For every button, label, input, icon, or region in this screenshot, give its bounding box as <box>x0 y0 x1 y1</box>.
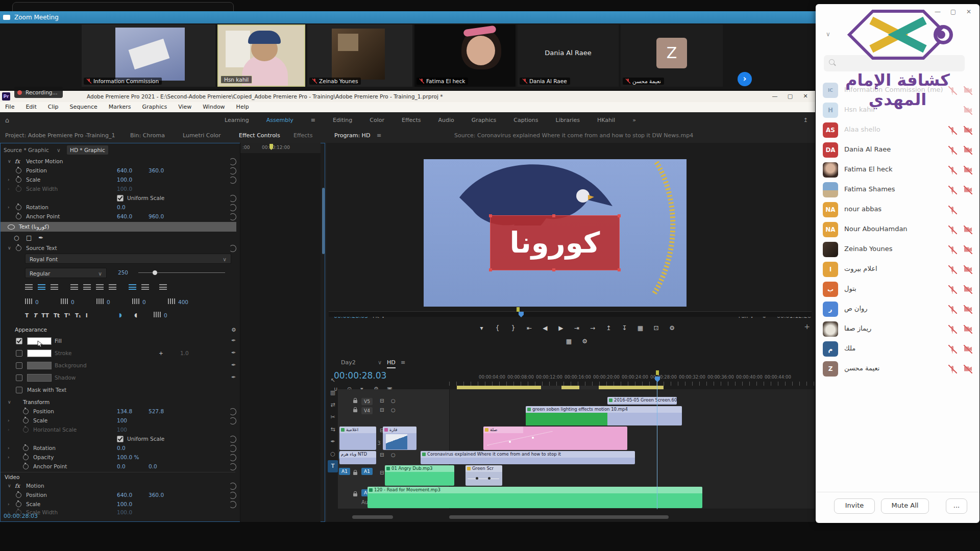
mark-in-icon[interactable]: { <box>491 324 504 332</box>
timeline-playhead-timecode[interactable]: 00:00:28.03 <box>334 370 386 381</box>
pen-tool-icon[interactable]: ✒ <box>38 233 43 242</box>
participant-row[interactable]: Zeinab Younes <box>816 240 979 260</box>
sequence-marker-icon[interactable] <box>656 370 659 375</box>
m-position-row[interactable]: Position640.0360.0 <box>1 490 235 499</box>
clip-green-soben[interactable]: green soben lighting effects motion 10.m… <box>526 406 682 425</box>
workspace-hkahil[interactable]: HKahil <box>597 112 615 129</box>
motion-row[interactable]: ∨fxMotion <box>1 481 235 490</box>
value[interactable]: 100.0 % <box>117 453 139 462</box>
participant-row[interactable]: NANour AbouHamdan <box>816 220 979 240</box>
eye-icon[interactable] <box>8 224 15 230</box>
participant-row[interactable]: Zنعيمة محسن <box>816 359 979 379</box>
background-color-swatch[interactable] <box>27 362 52 369</box>
workspace-audio[interactable]: Audio <box>438 112 454 129</box>
stroke-color-swatch[interactable] <box>27 349 52 357</box>
lock-icon[interactable] <box>353 409 357 412</box>
track-output-icon[interactable]: ○ <box>391 407 396 413</box>
value-y[interactable]: 960.0 <box>149 212 164 221</box>
mic-off-icon[interactable] <box>948 325 957 334</box>
lock-icon[interactable] <box>353 400 357 403</box>
faux-italic-icon[interactable]: T <box>33 311 37 320</box>
sequence-tab-hd[interactable]: HD <box>387 359 396 368</box>
keyframe-dot[interactable] <box>532 437 534 439</box>
font-size-value[interactable]: 250 <box>118 268 128 277</box>
menu-file[interactable]: File <box>5 102 14 112</box>
stopwatch-icon[interactable] <box>23 445 29 451</box>
go-to-in-icon[interactable]: ⇤ <box>523 324 536 332</box>
button-editor-icon[interactable]: ⚙ <box>666 324 679 332</box>
tab-lumetri-color[interactable]: Lumetri Color <box>183 129 221 143</box>
keyframe-dot[interactable] <box>476 477 478 480</box>
value-x[interactable]: 0.0 <box>117 462 126 471</box>
subscript-icon[interactable]: T₁ <box>75 311 81 320</box>
participant-row[interactable]: ببتول <box>816 280 979 299</box>
ec-row-source-text[interactable]: ∨Source Text <box>1 243 235 253</box>
razor-tool[interactable]: ✂ <box>328 411 338 423</box>
timeline-scrollbar-handle[interactable] <box>352 515 393 519</box>
stopwatch-icon[interactable] <box>23 455 29 460</box>
ec-playhead-timecode[interactable]: 00:00:28:03 <box>4 513 38 519</box>
mic-off-icon[interactable] <box>948 126 957 135</box>
tab-project[interactable]: Project: Adobe Premiere Pro -Training_1 <box>5 129 115 143</box>
t-uniform-row[interactable]: Uniform Scale <box>1 434 235 443</box>
reset-icon[interactable] <box>229 195 236 202</box>
mic-off-icon[interactable] <box>948 365 957 373</box>
ec-row-vector-motion[interactable]: ∨ fx Vector Motion <box>1 157 235 166</box>
t-opacity-row[interactable]: ›Opacity100.0 % <box>1 453 235 462</box>
more-options-button[interactable]: ... <box>946 498 967 514</box>
hand-tool[interactable]: ○ <box>328 448 338 460</box>
eyedropper-icon[interactable]: ✒ <box>231 348 236 358</box>
align-center-icon[interactable] <box>38 284 45 290</box>
reset-icon[interactable] <box>229 454 236 461</box>
reset-icon[interactable] <box>229 501 236 508</box>
sync-lock-icon[interactable]: ⊟ <box>380 452 384 458</box>
track-output-icon[interactable]: ○ <box>391 452 396 458</box>
value[interactable]: 100 <box>117 416 127 425</box>
workspace-graphics[interactable]: Graphics <box>472 112 497 129</box>
tracking-icon[interactable] <box>25 298 33 304</box>
reset-icon[interactable] <box>229 167 236 174</box>
track-badge[interactable]: V5 <box>361 398 373 405</box>
menu-edit[interactable]: Edit <box>26 102 36 112</box>
ec-keyframe-lane[interactable]: :00 00:00:12:00 <box>240 143 321 522</box>
keyframe-dot[interactable] <box>509 441 511 443</box>
mic-off-icon[interactable] <box>948 305 957 314</box>
slip-tool[interactable]: ⇆ <box>328 423 338 436</box>
sync-lock-icon[interactable]: ⊟ <box>380 398 384 404</box>
keyframe-dot[interactable] <box>488 477 491 480</box>
track-badge[interactable]: A1 <box>361 468 373 475</box>
stopwatch-icon[interactable] <box>23 464 29 469</box>
camera-off-icon[interactable] <box>964 345 972 354</box>
text-direction-ltr-icon[interactable] <box>129 284 136 290</box>
clip-arabic-2[interactable]: وباء هرم NTD <box>339 451 376 464</box>
track-output-icon[interactable]: ○ <box>391 398 396 404</box>
maximize-button[interactable]: ▢ <box>782 91 798 102</box>
menu-sequence[interactable]: Sequence <box>70 102 97 112</box>
participant-row[interactable]: ااعلام بيروت <box>816 260 979 280</box>
workspace-captions[interactable]: Captions <box>513 112 538 129</box>
reset-icon[interactable] <box>229 417 236 424</box>
value-x[interactable]: 134.8 <box>117 407 132 416</box>
mic-off-icon[interactable] <box>948 226 957 234</box>
keyframe-ramp-line[interactable] <box>487 431 552 445</box>
reset-icon[interactable] <box>229 436 236 443</box>
ec-row-uniform-scale[interactable]: Uniform Scale <box>1 193 235 203</box>
baseline-value[interactable]: 0 <box>142 299 146 305</box>
sequence-tab-day2[interactable]: Day2 <box>341 359 356 366</box>
reset-icon[interactable] <box>229 408 236 415</box>
shadow-row[interactable]: Shadow✒ <box>1 373 235 382</box>
mic-off-icon[interactable] <box>948 265 957 274</box>
step-back-icon[interactable]: ◀ <box>538 324 552 332</box>
reset-icon[interactable] <box>229 204 236 211</box>
comparison-view-icon[interactable]: ⊡ <box>649 324 663 332</box>
clip-green-screen[interactable]: 2016-05-05 Green Screen.60 <box>607 397 677 405</box>
participant-row[interactable]: NAnour abbas <box>816 200 979 220</box>
collapse-icon[interactable]: ∨ <box>8 397 11 407</box>
reset-icon[interactable] <box>229 483 236 490</box>
tsume-icon[interactable] <box>96 298 105 304</box>
menu-graphics[interactable]: Graphics <box>142 102 167 112</box>
ltr-type-icon[interactable]: ◖ <box>134 311 137 320</box>
type-tool[interactable]: T <box>328 460 338 472</box>
font-size-slider[interactable] <box>138 272 225 273</box>
justify-full-icon[interactable] <box>109 284 116 290</box>
